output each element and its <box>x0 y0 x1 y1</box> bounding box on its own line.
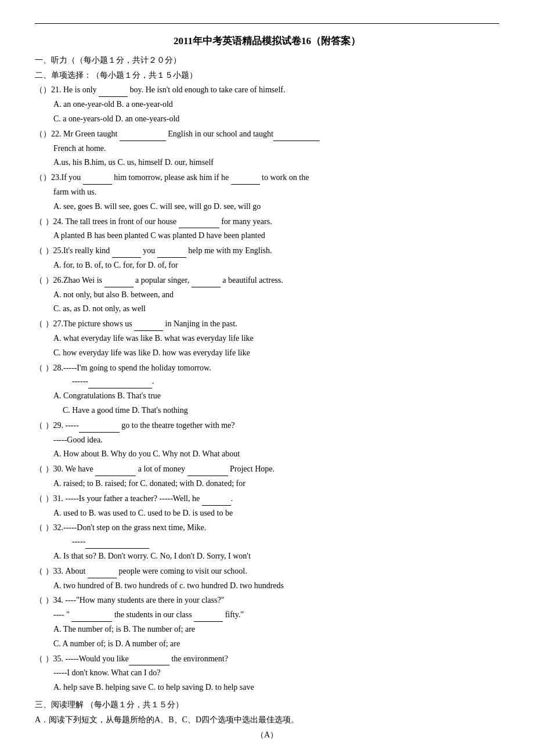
q22-blank2 <box>273 132 320 141</box>
q22-text2: French at home. <box>35 142 499 156</box>
q35-text2: -----I don't know. What can I do? <box>35 666 499 680</box>
question-30: （ ）30. We have a lot of money Project Ho… <box>35 462 499 491</box>
q27-blank <box>134 322 163 331</box>
q25-blank1 <box>112 249 141 258</box>
q34-text: （ ）34. ----"How many students are there … <box>35 593 499 607</box>
q25-options1: A. for, to B. of, to C. for, for D. of, … <box>35 258 499 272</box>
q29-blank <box>79 423 120 433</box>
q26-blank2 <box>192 278 221 287</box>
q30-blank1 <box>95 467 136 476</box>
q28-dash: ------. <box>35 375 499 388</box>
q30-options1: A. raised; to B. raised; for C. donated;… <box>35 477 499 491</box>
q28-text: （ ）28.-----I'm going to spend the holida… <box>35 361 499 375</box>
q30-text: （ ）30. We have a lot of money Project Ho… <box>35 462 499 476</box>
q34-options2: C. A number of; is D. A number of; are <box>35 637 499 651</box>
q29-options1: A. How about B. Why do you C. Why not D.… <box>35 447 499 461</box>
q21-blank <box>99 88 128 97</box>
question-33: （ ）33. About people were coming to visit… <box>35 564 499 593</box>
question-27: （ ）27.The picture shows us in Nanjing in… <box>35 317 499 359</box>
section2-header: 二、单项选择：（每小题１分，共１５小题） <box>35 69 499 82</box>
section3-header: 三、阅读理解 （每小题１分，共１５分） <box>35 698 499 712</box>
question-34: （ ）34. ----"How many students are there … <box>35 593 499 650</box>
q27-options1: A. what everyday life was like B. what w… <box>35 332 499 345</box>
q26-options1: A. not only, but also B. between, and <box>35 288 499 302</box>
q28-options1: A. Congratulations B. That's true <box>35 389 499 403</box>
section3a-label: （A） <box>35 728 499 742</box>
q35-blank <box>129 656 169 665</box>
q34-options1: A. The number of; is B. The number of; a… <box>35 622 499 636</box>
q35-options1: A. help save B. helping save C. to help … <box>35 681 499 694</box>
question-25: （ ）25.It's really kind you help me with … <box>35 244 499 272</box>
q34-blank2 <box>194 613 223 622</box>
q33-options1: A. two hundred of B. two hundreds of c. … <box>35 579 499 593</box>
q30-blank2 <box>187 467 228 476</box>
q21-options2: C. a one-years-old D. an one-years-old <box>35 112 499 126</box>
section1-header: 一、听力（（每小题１分，共计２０分） <box>35 53 499 67</box>
q22-blank1 <box>120 132 166 141</box>
q27-options2: C. how everyday life was like D. how was… <box>35 346 499 360</box>
q32-options1: A. Is that so? B. Don't worry. C. No, I … <box>35 549 499 563</box>
q23-text2: farm with us. <box>35 185 499 199</box>
q29-text: （ ）29. ----- go to the theatre together … <box>35 419 499 433</box>
question-23: （）23.If you him tomorrow, please ask him… <box>35 171 499 213</box>
q31-options1: A. used to B. was used to C. used to be … <box>35 506 499 520</box>
q25-blank2 <box>157 249 186 258</box>
question-21: （）21. He is only boy. He isn't old enoug… <box>35 83 499 125</box>
q34-text2: ---- " the students in our class fifty." <box>35 608 499 622</box>
top-divider <box>35 23 499 24</box>
q31-text: （ ）31. -----Is your father a teacher? --… <box>35 492 499 506</box>
section3a-header: A．阅读下列短文，从每题所给的A、B、C、D四个选项中选出最佳选项。 <box>35 713 499 727</box>
question-28: （ ）28.-----I'm going to spend the holida… <box>35 361 499 417</box>
q33-text: （ ）33. About people were coming to visit… <box>35 564 499 578</box>
q21-text: （）21. He is only boy. He isn't old enoug… <box>35 83 499 97</box>
q26-blank1 <box>104 278 134 287</box>
q32-dash: ----- <box>35 535 499 549</box>
q29-dash: -----Good idea. <box>35 433 499 447</box>
q27-text: （ ）27.The picture shows us in Nanjing in… <box>35 317 499 331</box>
q26-text: （ ）26.Zhao Wei is a popular singer, a be… <box>35 273 499 287</box>
q28-options2: C. Have a good time D. That's nothing <box>35 404 499 417</box>
q23-options1: A. see, goes B. will see, goes C. will s… <box>35 200 499 214</box>
q31-blank <box>202 496 231 506</box>
q32-text: （ ）32.-----Don't step on the grass next … <box>35 521 499 535</box>
q21-options1: A. an one-year-old B. a one-year-old <box>35 98 499 111</box>
q22-options1: A.us, his B.him, us C. us, himself D. ou… <box>35 156 499 170</box>
q28-blank <box>88 379 152 388</box>
q24-text: （ ）24. The tall trees in front of our ho… <box>35 215 499 229</box>
q23-blank2 <box>231 175 260 185</box>
question-35: （ ）35. -----Would you like the environme… <box>35 652 499 694</box>
question-32: （ ）32.-----Don't step on the grass next … <box>35 521 499 563</box>
page-title: 2011年中考英语精品模拟试卷16（附答案） <box>35 33 499 50</box>
q35-text: （ ）35. -----Would you like the environme… <box>35 652 499 666</box>
q26-options2: C. as, as D. not only, as well <box>35 302 499 316</box>
question-24: （ ）24. The tall trees in front of our ho… <box>35 215 499 243</box>
question-22: （）22. Mr Green taught English in our sch… <box>35 127 499 170</box>
q23-blank1 <box>83 175 112 185</box>
q25-text: （ ）25.It's really kind you help me with … <box>35 244 499 258</box>
q34-blank1 <box>71 613 112 622</box>
q24-blank <box>179 219 219 228</box>
q23-text: （）23.If you him tomorrow, please ask him… <box>35 171 499 185</box>
question-31: （ ）31. -----Is your father a teacher? --… <box>35 492 499 520</box>
q24-options1: A planted B has been planted C was plant… <box>35 229 499 243</box>
q22-text: （）22. Mr Green taught English in our sch… <box>35 127 499 141</box>
q32-blank <box>85 539 149 549</box>
question-26: （ ）26.Zhao Wei is a popular singer, a be… <box>35 273 499 316</box>
q33-blank <box>88 569 117 578</box>
question-29: （ ）29. ----- go to the theatre together … <box>35 419 499 461</box>
